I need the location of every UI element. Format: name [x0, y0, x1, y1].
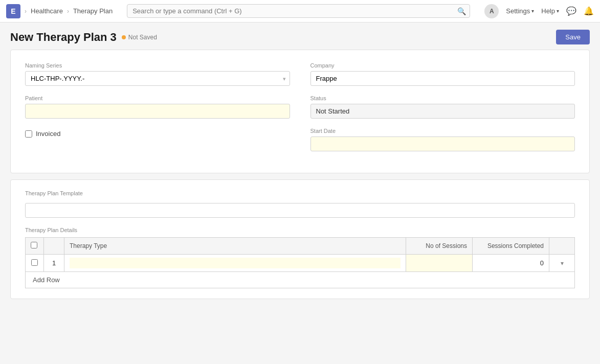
details-label: Therapy Plan Details — [25, 227, 575, 233]
breadcrumb-sep-2: › — [67, 8, 69, 15]
form-row-1: Naming Series HLC-THP-.YYYY.- ▾ Company — [25, 62, 575, 86]
table-row: 1 0 ▾ — [26, 255, 575, 272]
th-sessions-completed: Sessions Completed — [473, 238, 549, 255]
navbar-actions: A Settings ▾ Help ▾ 💬 🔔 — [484, 4, 594, 18]
save-button[interactable]: Save — [556, 30, 590, 44]
row-1-sessions-completed-cell: 0 — [473, 255, 549, 272]
th-no-of-sessions: No of Sessions — [406, 238, 473, 255]
add-row-button[interactable]: Add Row — [26, 272, 67, 288]
not-saved-badge: Not Saved — [122, 34, 157, 41]
select-all-checkbox[interactable] — [31, 242, 37, 248]
notification-icon[interactable]: 🔔 — [584, 6, 594, 16]
main-content: Naming Series HLC-THP-.YYYY.- ▾ Company … — [0, 50, 600, 315]
search-input[interactable] — [127, 4, 470, 18]
row-1-idx: 1 — [44, 255, 64, 272]
search-icon: 🔍 — [457, 7, 466, 15]
naming-series-select[interactable]: HLC-THP-.YYYY.- — [25, 71, 290, 86]
patient-label: Patient — [25, 95, 290, 101]
naming-series-select-wrapper: HLC-THP-.YYYY.- ▾ — [25, 71, 290, 86]
therapy-plan-section-card: Therapy Plan Template Therapy Plan Detai… — [10, 179, 590, 299]
status-group: Status Not Started — [310, 95, 575, 119]
patient-input[interactable] — [25, 104, 290, 119]
company-input[interactable] — [310, 71, 575, 86]
start-date-label: Start Date — [310, 128, 575, 134]
company-label: Company — [310, 62, 575, 69]
naming-series-label: Naming Series — [25, 62, 290, 69]
help-dropdown-arrow: ▾ — [557, 8, 559, 14]
page-title-row: New Therapy Plan 3 Not Saved — [10, 31, 157, 44]
chat-icon[interactable]: 💬 — [566, 6, 576, 16]
add-row-cell: Add Row — [26, 272, 575, 288]
navbar: E › Healthcare › Therapy Plan 🔍 A Settin… — [0, 0, 600, 22]
form-card-main: Naming Series HLC-THP-.YYYY.- ▾ Company … — [10, 50, 590, 173]
breadcrumb-healthcare[interactable]: Healthcare — [31, 7, 63, 15]
start-date-input[interactable] — [310, 136, 575, 151]
settings-button[interactable]: Settings ▾ — [506, 7, 534, 15]
status-value: Not Started — [310, 104, 575, 119]
search-bar: 🔍 — [127, 4, 470, 18]
status-label: Status — [310, 95, 575, 101]
add-row-row: Add Row — [26, 272, 575, 288]
help-button[interactable]: Help ▾ — [541, 7, 559, 15]
brand-logo: E — [6, 4, 20, 18]
not-saved-label: Not Saved — [128, 34, 157, 41]
row-1-checkbox[interactable] — [31, 259, 38, 266]
template-input[interactable] — [25, 203, 575, 218]
page-title: New Therapy Plan 3 — [10, 31, 117, 44]
table-header-row: Therapy Type No of Sessions Sessions Com… — [26, 238, 575, 255]
therapy-details-table: Therapy Type No of Sessions Sessions Com… — [25, 237, 575, 288]
th-idx — [44, 238, 64, 255]
start-date-group: Start Date — [310, 128, 575, 151]
th-therapy-type: Therapy Type — [64, 238, 406, 255]
row-1-dropdown-button[interactable]: ▾ — [558, 259, 567, 268]
patient-group: Patient — [25, 95, 290, 119]
template-label: Therapy Plan Template — [25, 190, 575, 196]
row-1-therapy-type-input[interactable] — [70, 258, 401, 268]
form-row-2: Patient Status Not Started — [25, 95, 575, 119]
not-saved-dot — [122, 35, 126, 39]
template-group: Therapy Plan Template — [25, 190, 575, 218]
breadcrumb-sep-1: › — [25, 8, 27, 15]
breadcrumb-therapy-plan[interactable]: Therapy Plan — [73, 7, 113, 15]
invoiced-checkbox-row: Invoiced — [25, 130, 290, 138]
invoiced-label: Invoiced — [36, 130, 60, 138]
settings-dropdown-arrow: ▾ — [531, 8, 534, 14]
company-group: Company — [310, 62, 575, 86]
th-actions — [549, 238, 575, 255]
naming-series-group: Naming Series HLC-THP-.YYYY.- ▾ — [25, 62, 290, 86]
page-header: New Therapy Plan 3 Not Saved Save — [0, 22, 600, 50]
row-1-no-of-sessions-cell — [406, 255, 473, 272]
th-select-all — [26, 238, 44, 255]
row-1-therapy-type-cell — [64, 255, 406, 272]
invoiced-checkbox[interactable] — [25, 130, 32, 138]
invoiced-group: Invoiced — [25, 128, 290, 151]
row-1-action-cell: ▾ — [549, 255, 575, 272]
avatar[interactable]: A — [484, 4, 499, 18]
form-row-3: Invoiced Start Date — [25, 128, 575, 151]
row-1-checkbox-cell — [26, 255, 44, 272]
